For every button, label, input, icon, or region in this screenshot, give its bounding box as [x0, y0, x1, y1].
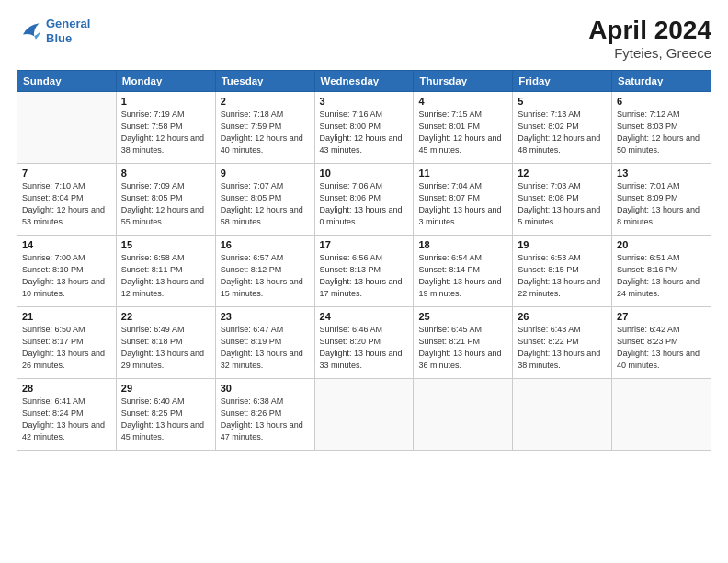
day-number: 21 — [22, 311, 111, 322]
table-row: 18 Sunrise: 6:54 AM Sunset: 8:14 PM Dayl… — [414, 235, 513, 306]
table-row: 5 Sunrise: 7:13 AM Sunset: 8:02 PM Dayli… — [513, 91, 612, 163]
table-row: 16 Sunrise: 6:57 AM Sunset: 8:12 PM Dayl… — [215, 235, 314, 306]
calendar-week-row: 1 Sunrise: 7:19 AM Sunset: 7:58 PM Dayli… — [17, 91, 711, 163]
sunset-text: Sunset: 8:00 PM — [320, 121, 409, 132]
table-row: 26 Sunrise: 6:43 AM Sunset: 8:22 PM Dayl… — [513, 306, 612, 378]
day-info: Sunrise: 6:40 AM Sunset: 8:25 PM Dayligh… — [121, 396, 210, 443]
col-sunday: Sunday — [17, 70, 117, 91]
table-row: 29 Sunrise: 6:40 AM Sunset: 8:25 PM Dayl… — [116, 378, 215, 450]
day-info: Sunrise: 6:42 AM Sunset: 8:23 PM Dayligh… — [617, 324, 706, 372]
daylight-text: Daylight: 13 hours and 40 minutes. — [617, 348, 706, 372]
daylight-text: Daylight: 13 hours and 8 minutes. — [617, 204, 706, 228]
col-tuesday: Tuesday — [215, 70, 314, 91]
sunset-text: Sunset: 7:58 PM — [121, 121, 210, 132]
table-row: 21 Sunrise: 6:50 AM Sunset: 8:17 PM Dayl… — [17, 306, 117, 378]
sunrise-text: Sunrise: 7:18 AM — [221, 109, 310, 121]
daylight-text: Daylight: 13 hours and 26 minutes. — [22, 348, 111, 372]
day-number: 4 — [418, 96, 507, 107]
table-row — [314, 378, 414, 450]
day-number: 8 — [121, 167, 210, 178]
sunrise-text: Sunrise: 6:49 AM — [121, 324, 210, 336]
daylight-text: Daylight: 12 hours and 43 minutes. — [320, 132, 409, 156]
calendar-week-row: 7 Sunrise: 7:10 AM Sunset: 8:04 PM Dayli… — [17, 163, 711, 235]
sunset-text: Sunset: 8:11 PM — [121, 264, 210, 276]
sunset-text: Sunset: 8:08 PM — [518, 192, 607, 204]
sunrise-text: Sunrise: 7:09 AM — [121, 180, 210, 192]
day-number: 6 — [617, 96, 706, 107]
sunrise-text: Sunrise: 7:16 AM — [320, 109, 409, 121]
day-number: 17 — [320, 239, 409, 250]
day-number: 16 — [221, 239, 310, 250]
sunrise-text: Sunrise: 6:41 AM — [22, 396, 111, 408]
daylight-text: Daylight: 13 hours and 32 minutes. — [221, 348, 310, 372]
table-row: 24 Sunrise: 6:46 AM Sunset: 8:20 PM Dayl… — [314, 306, 414, 378]
day-info: Sunrise: 7:07 AM Sunset: 8:05 PM Dayligh… — [221, 180, 310, 228]
sunset-text: Sunset: 8:23 PM — [617, 336, 706, 348]
sunrise-text: Sunrise: 6:51 AM — [617, 252, 706, 264]
col-friday: Friday — [513, 70, 612, 91]
sunrise-text: Sunrise: 7:03 AM — [518, 180, 607, 192]
calendar-subtitle: Fyteies, Greece — [588, 45, 711, 61]
sunset-text: Sunset: 8:02 PM — [518, 121, 607, 132]
sunset-text: Sunset: 8:05 PM — [221, 192, 310, 204]
sunrise-text: Sunrise: 6:53 AM — [518, 252, 607, 264]
day-number: 20 — [617, 239, 706, 250]
day-number: 14 — [22, 239, 111, 250]
sunrise-text: Sunrise: 6:58 AM — [121, 252, 210, 264]
sunrise-text: Sunrise: 6:38 AM — [221, 396, 310, 408]
sunset-text: Sunset: 8:26 PM — [221, 408, 310, 419]
daylight-text: Daylight: 13 hours and 12 minutes. — [121, 276, 210, 300]
sunrise-text: Sunrise: 6:45 AM — [418, 324, 507, 336]
table-row: 23 Sunrise: 6:47 AM Sunset: 8:19 PM Dayl… — [215, 306, 314, 378]
day-number: 3 — [320, 96, 409, 107]
sunrise-text: Sunrise: 6:43 AM — [518, 324, 607, 336]
day-info: Sunrise: 6:56 AM Sunset: 8:13 PM Dayligh… — [320, 252, 409, 300]
table-row — [17, 91, 117, 163]
table-row — [414, 378, 513, 450]
calendar-title: April 2024 — [588, 17, 711, 45]
day-info: Sunrise: 7:19 AM Sunset: 7:58 PM Dayligh… — [121, 109, 210, 156]
daylight-text: Daylight: 12 hours and 40 minutes. — [221, 132, 310, 156]
sunrise-text: Sunrise: 7:00 AM — [22, 252, 111, 264]
day-info: Sunrise: 6:47 AM Sunset: 8:19 PM Dayligh… — [221, 324, 310, 372]
day-info: Sunrise: 6:43 AM Sunset: 8:22 PM Dayligh… — [518, 324, 607, 372]
table-row — [513, 378, 612, 450]
day-info: Sunrise: 6:51 AM Sunset: 8:16 PM Dayligh… — [617, 252, 706, 300]
day-number: 15 — [121, 239, 210, 250]
calendar-week-row: 21 Sunrise: 6:50 AM Sunset: 8:17 PM Dayl… — [17, 306, 711, 378]
sunrise-text: Sunrise: 7:15 AM — [418, 109, 507, 121]
daylight-text: Daylight: 12 hours and 58 minutes. — [221, 204, 310, 228]
day-number: 11 — [418, 167, 507, 178]
day-info: Sunrise: 7:10 AM Sunset: 8:04 PM Dayligh… — [22, 180, 111, 228]
sunset-text: Sunset: 8:16 PM — [617, 264, 706, 276]
day-number: 7 — [22, 167, 111, 178]
day-info: Sunrise: 6:57 AM Sunset: 8:12 PM Dayligh… — [221, 252, 310, 300]
sunrise-text: Sunrise: 7:01 AM — [617, 180, 706, 192]
day-info: Sunrise: 7:03 AM Sunset: 8:08 PM Dayligh… — [518, 180, 607, 228]
sunrise-text: Sunrise: 6:46 AM — [320, 324, 409, 336]
table-row: 9 Sunrise: 7:07 AM Sunset: 8:05 PM Dayli… — [215, 163, 314, 235]
sunset-text: Sunset: 8:19 PM — [221, 336, 310, 348]
daylight-text: Daylight: 13 hours and 10 minutes. — [22, 276, 111, 300]
day-info: Sunrise: 7:16 AM Sunset: 8:00 PM Dayligh… — [320, 109, 409, 156]
sunset-text: Sunset: 8:13 PM — [320, 264, 409, 276]
day-info: Sunrise: 7:00 AM Sunset: 8:10 PM Dayligh… — [22, 252, 111, 300]
day-number: 5 — [518, 96, 607, 107]
day-number: 1 — [121, 96, 210, 107]
sunrise-text: Sunrise: 7:07 AM — [221, 180, 310, 192]
sunrise-text: Sunrise: 7:19 AM — [121, 109, 210, 121]
day-info: Sunrise: 6:41 AM Sunset: 8:24 PM Dayligh… — [22, 396, 111, 443]
day-info: Sunrise: 7:01 AM Sunset: 8:09 PM Dayligh… — [617, 180, 706, 228]
table-row: 15 Sunrise: 6:58 AM Sunset: 8:11 PM Dayl… — [116, 235, 215, 306]
day-info: Sunrise: 7:04 AM Sunset: 8:07 PM Dayligh… — [418, 180, 507, 228]
daylight-text: Daylight: 13 hours and 24 minutes. — [617, 276, 706, 300]
sunset-text: Sunset: 8:05 PM — [121, 192, 210, 204]
day-number: 27 — [617, 311, 706, 322]
logo: General Blue — [17, 17, 90, 45]
table-row: 19 Sunrise: 6:53 AM Sunset: 8:15 PM Dayl… — [513, 235, 612, 306]
logo-bird-icon — [17, 18, 42, 44]
sunrise-text: Sunrise: 7:06 AM — [320, 180, 409, 192]
page: General Blue April 2024 Fyteies, Greece … — [0, 0, 728, 563]
daylight-text: Daylight: 13 hours and 19 minutes. — [418, 276, 507, 300]
day-number: 24 — [320, 311, 409, 322]
